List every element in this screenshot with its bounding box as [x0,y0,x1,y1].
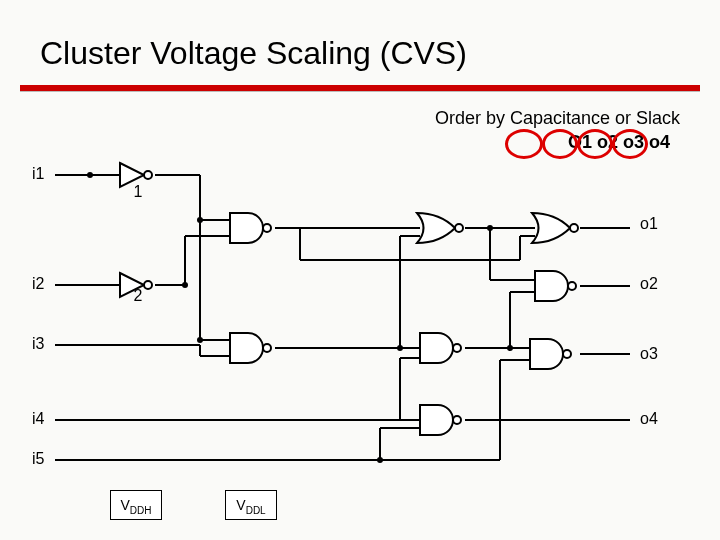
gate-3-icon [230,213,271,243]
legend-vddh: VDDH [110,490,162,520]
svg-point-51 [377,457,383,463]
gate-2-icon [120,273,152,297]
gate-7-icon [420,405,461,435]
svg-point-47 [197,337,203,343]
gate-6-icon [420,333,461,363]
gate-9-icon [535,271,576,301]
gate-4-icon [230,333,271,363]
gate-8-icon [532,213,578,243]
svg-point-45 [197,217,203,223]
slide: Cluster Voltage Scaling (CVS) Order by C… [0,0,720,540]
gate-5-icon [417,213,463,243]
svg-point-50 [507,345,513,351]
gate-1-icon [120,163,152,187]
gate-10-icon [530,339,571,369]
legend-vddl: VDDL [225,490,277,520]
svg-point-44 [87,172,93,178]
svg-point-46 [182,282,188,288]
circuit-svg [0,0,720,540]
svg-point-49 [397,345,403,351]
svg-point-48 [487,225,493,231]
